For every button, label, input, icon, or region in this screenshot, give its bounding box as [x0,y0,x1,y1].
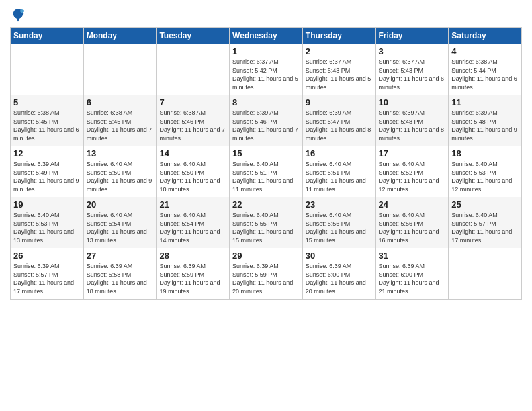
day-number: 17 [379,148,446,158]
day-info: Sunrise: 6:40 AM Sunset: 5:50 PM Dayligh… [87,160,154,193]
calendar-cell [83,44,157,95]
calendar-week-1: 1Sunrise: 6:37 AM Sunset: 5:42 PM Daylig… [11,44,522,95]
day-info: Sunrise: 6:38 AM Sunset: 5:46 PM Dayligh… [159,109,226,142]
day-info: Sunrise: 6:40 AM Sunset: 5:51 PM Dayligh… [232,160,300,193]
day-number: 6 [87,97,154,107]
day-info: Sunrise: 6:40 AM Sunset: 5:50 PM Dayligh… [159,160,226,193]
calendar-cell: 18Sunrise: 6:40 AM Sunset: 5:53 PM Dayli… [449,146,522,197]
day-number: 27 [87,250,154,261]
day-info: Sunrise: 6:39 AM Sunset: 5:49 PM Dayligh… [13,160,81,193]
day-info: Sunrise: 6:39 AM Sunset: 5:59 PM Dayligh… [232,262,300,295]
calendar-cell: 4Sunrise: 6:38 AM Sunset: 5:44 PM Daylig… [449,44,522,95]
calendar-cell: 27Sunrise: 6:39 AM Sunset: 5:58 PM Dayli… [83,248,157,300]
day-info: Sunrise: 6:40 AM Sunset: 5:55 PM Dayligh… [232,211,300,244]
calendar-cell: 25Sunrise: 6:40 AM Sunset: 5:57 PM Dayli… [449,197,522,248]
calendar-cell: 26Sunrise: 6:39 AM Sunset: 5:57 PM Dayli… [11,248,84,300]
calendar-header-friday: Friday [375,28,449,44]
calendar-cell: 1Sunrise: 6:37 AM Sunset: 5:42 PM Daylig… [230,44,303,95]
day-number: 25 [451,199,519,210]
day-number: 13 [87,148,154,158]
calendar-cell: 29Sunrise: 6:39 AM Sunset: 5:59 PM Dayli… [230,248,303,300]
day-number: 3 [379,46,446,56]
calendar-cell [11,44,84,95]
day-number: 1 [232,46,300,56]
calendar-cell: 7Sunrise: 6:38 AM Sunset: 5:46 PM Daylig… [157,95,230,146]
calendar-week-2: 5Sunrise: 6:38 AM Sunset: 5:45 PM Daylig… [11,95,522,146]
calendar-header-saturday: Saturday [449,28,522,44]
day-number: 28 [159,250,226,261]
calendar-cell: 10Sunrise: 6:39 AM Sunset: 5:48 PM Dayli… [375,95,449,146]
calendar-cell: 3Sunrise: 6:37 AM Sunset: 5:43 PM Daylig… [375,44,449,95]
day-info: Sunrise: 6:39 AM Sunset: 6:00 PM Dayligh… [306,262,373,295]
calendar-header-tuesday: Tuesday [157,28,230,44]
day-info: Sunrise: 6:38 AM Sunset: 5:44 PM Dayligh… [451,58,519,91]
calendar-week-3: 12Sunrise: 6:39 AM Sunset: 5:49 PM Dayli… [11,146,522,197]
calendar-cell: 11Sunrise: 6:39 AM Sunset: 5:48 PM Dayli… [449,95,522,146]
day-info: Sunrise: 6:39 AM Sunset: 5:58 PM Dayligh… [87,262,154,295]
calendar-cell: 13Sunrise: 6:40 AM Sunset: 5:50 PM Dayli… [83,146,157,197]
calendar-header-wednesday: Wednesday [230,28,303,44]
day-info: Sunrise: 6:37 AM Sunset: 5:42 PM Dayligh… [232,58,300,91]
day-number: 23 [306,199,373,210]
day-number: 16 [306,148,373,158]
day-number: 14 [159,148,226,158]
day-number: 20 [87,199,154,210]
calendar-header-thursday: Thursday [302,28,375,44]
calendar-table: SundayMondayTuesdayWednesdayThursdayFrid… [10,27,522,300]
day-number: 30 [306,250,373,261]
day-info: Sunrise: 6:39 AM Sunset: 5:47 PM Dayligh… [306,109,373,142]
calendar-header-sunday: Sunday [11,28,84,44]
calendar-cell: 23Sunrise: 6:40 AM Sunset: 5:56 PM Dayli… [302,197,375,248]
calendar-cell: 14Sunrise: 6:40 AM Sunset: 5:50 PM Dayli… [157,146,230,197]
day-info: Sunrise: 6:40 AM Sunset: 5:56 PM Dayligh… [379,211,446,244]
calendar-header-row: SundayMondayTuesdayWednesdayThursdayFrid… [11,28,522,44]
calendar-cell: 24Sunrise: 6:40 AM Sunset: 5:56 PM Dayli… [375,197,449,248]
day-number: 8 [232,97,300,107]
logo-icon [10,7,26,23]
day-info: Sunrise: 6:40 AM Sunset: 5:56 PM Dayligh… [306,211,373,244]
day-number: 9 [306,97,373,107]
day-info: Sunrise: 6:37 AM Sunset: 5:43 PM Dayligh… [379,58,446,91]
calendar-cell: 22Sunrise: 6:40 AM Sunset: 5:55 PM Dayli… [230,197,303,248]
calendar-cell: 17Sunrise: 6:40 AM Sunset: 5:52 PM Dayli… [375,146,449,197]
day-number: 19 [13,199,81,210]
day-info: Sunrise: 6:40 AM Sunset: 5:54 PM Dayligh… [87,211,154,244]
calendar-cell: 15Sunrise: 6:40 AM Sunset: 5:51 PM Dayli… [230,146,303,197]
calendar-cell: 30Sunrise: 6:39 AM Sunset: 6:00 PM Dayli… [302,248,375,300]
day-info: Sunrise: 6:40 AM Sunset: 5:51 PM Dayligh… [306,160,373,193]
calendar-cell: 9Sunrise: 6:39 AM Sunset: 5:47 PM Daylig… [302,95,375,146]
day-info: Sunrise: 6:39 AM Sunset: 5:48 PM Dayligh… [379,109,446,142]
calendar-week-5: 26Sunrise: 6:39 AM Sunset: 5:57 PM Dayli… [11,248,522,300]
day-number: 12 [13,148,81,158]
day-info: Sunrise: 6:40 AM Sunset: 5:52 PM Dayligh… [379,160,446,193]
day-number: 10 [379,97,446,107]
day-info: Sunrise: 6:39 AM Sunset: 5:57 PM Dayligh… [13,262,81,295]
calendar-cell: 5Sunrise: 6:38 AM Sunset: 5:45 PM Daylig… [11,95,84,146]
page-header [10,7,522,23]
day-info: Sunrise: 6:38 AM Sunset: 5:45 PM Dayligh… [13,109,81,142]
calendar-cell: 2Sunrise: 6:37 AM Sunset: 5:43 PM Daylig… [302,44,375,95]
calendar-cell: 16Sunrise: 6:40 AM Sunset: 5:51 PM Dayli… [302,146,375,197]
day-info: Sunrise: 6:40 AM Sunset: 5:53 PM Dayligh… [13,211,81,244]
day-info: Sunrise: 6:37 AM Sunset: 5:43 PM Dayligh… [306,58,373,91]
calendar-cell: 31Sunrise: 6:39 AM Sunset: 6:00 PM Dayli… [375,248,449,300]
day-info: Sunrise: 6:40 AM Sunset: 5:57 PM Dayligh… [451,211,519,244]
day-info: Sunrise: 6:39 AM Sunset: 6:00 PM Dayligh… [379,262,446,295]
day-info: Sunrise: 6:39 AM Sunset: 5:59 PM Dayligh… [159,262,226,295]
day-number: 4 [451,46,519,56]
calendar-cell: 8Sunrise: 6:39 AM Sunset: 5:46 PM Daylig… [230,95,303,146]
calendar-cell: 20Sunrise: 6:40 AM Sunset: 5:54 PM Dayli… [83,197,157,248]
day-number: 29 [232,250,300,261]
day-info: Sunrise: 6:39 AM Sunset: 5:48 PM Dayligh… [451,109,519,142]
calendar-cell [449,248,522,300]
day-number: 2 [306,46,373,56]
calendar-cell [157,44,230,95]
day-number: 22 [232,199,300,210]
calendar-cell: 28Sunrise: 6:39 AM Sunset: 5:59 PM Dayli… [157,248,230,300]
day-number: 26 [13,250,81,261]
calendar-week-4: 19Sunrise: 6:40 AM Sunset: 5:53 PM Dayli… [11,197,522,248]
calendar-header-monday: Monday [83,28,157,44]
day-number: 24 [379,199,446,210]
calendar-cell: 19Sunrise: 6:40 AM Sunset: 5:53 PM Dayli… [11,197,84,248]
day-number: 15 [232,148,300,158]
